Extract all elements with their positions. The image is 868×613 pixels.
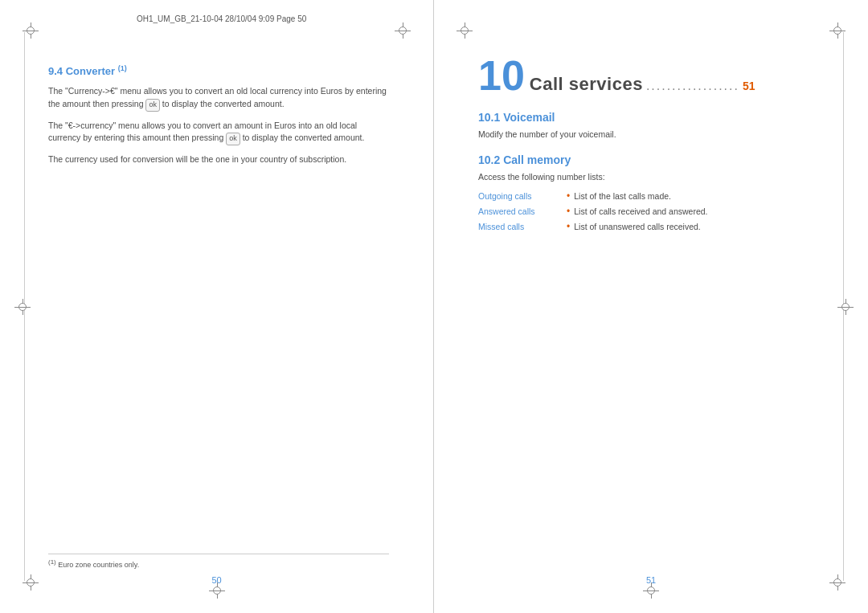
ok-button-1: ok xyxy=(145,99,160,112)
section-94-footnote-ref: (1) xyxy=(118,64,127,72)
bottom-left-crosshair xyxy=(23,574,39,591)
table-row: Missed calls • List of unanswered calls … xyxy=(478,221,820,232)
call-memory-table: Outgoing calls • List of the last calls … xyxy=(478,190,820,232)
bottom-right-crosshair xyxy=(829,574,845,591)
para2: The "€->currency" menu allows you to con… xyxy=(48,120,389,145)
bullet-missed: • xyxy=(567,221,570,232)
section-101-heading: 10.1 Voicemail xyxy=(478,111,820,124)
bullet-answered: • xyxy=(567,206,570,217)
section-94-num: 9.4 Converter xyxy=(48,65,115,77)
section-94-heading: 9.4 Converter (1) xyxy=(48,64,389,77)
top-right-crosshair-left xyxy=(395,22,411,39)
call-memory-intro: Access the following number lists: xyxy=(478,171,820,184)
call-desc-missed: List of unanswered calls received. xyxy=(574,222,701,231)
chapter-dots: .................. xyxy=(646,79,739,93)
page-num-left: 50 xyxy=(211,575,221,585)
top-left-crosshair-right xyxy=(457,22,473,39)
registration-bar: OH1_UM_GB_21-10-04 28/10/04 9:09 Page 50 xyxy=(137,14,306,23)
left-page: OH1_UM_GB_21-10-04 28/10/04 9:09 Page 50… xyxy=(0,0,434,613)
chapter-title: Call services xyxy=(530,74,643,95)
bullet-outgoing: • xyxy=(567,190,570,202)
bottom-center-crosshair-right xyxy=(643,582,659,599)
footnote-area: (1) Euro zone countries only. xyxy=(48,554,389,569)
page-container: OH1_UM_GB_21-10-04 28/10/04 9:09 Page 50… xyxy=(0,0,868,613)
right-page: 10 Call services .................. 51 1… xyxy=(434,0,868,613)
chapter-num: 10 xyxy=(478,55,525,96)
left-mid-crosshair xyxy=(14,299,31,315)
page-num-right: 51 xyxy=(646,575,656,585)
bottom-center-crosshair-left xyxy=(209,582,225,599)
call-desc-answered: List of calls received and answered. xyxy=(574,206,707,216)
footnote: (1) Euro zone countries only. xyxy=(48,558,389,569)
right-content: 10 Call services .................. 51 1… xyxy=(478,55,820,232)
footnote-num: (1) xyxy=(48,558,56,566)
para3: The currency used for conversion will be… xyxy=(48,153,389,166)
top-right-crosshair-right xyxy=(829,22,845,39)
call-desc-outgoing: List of the last calls made. xyxy=(574,191,671,201)
table-row: Outgoing calls • List of the last calls … xyxy=(478,190,820,202)
top-left-crosshair xyxy=(23,22,39,39)
section-102-heading: 10.2 Call memory xyxy=(478,153,820,166)
table-row: Answered calls • List of calls received … xyxy=(478,206,820,217)
chapter-page-ref: 51 xyxy=(743,80,755,92)
call-type-answered: Answered calls xyxy=(478,206,567,216)
call-type-missed: Missed calls xyxy=(478,222,567,231)
right-mid-crosshair xyxy=(837,299,854,315)
call-type-outgoing: Outgoing calls xyxy=(478,191,567,201)
chapter-heading: 10 Call services .................. 51 xyxy=(478,55,820,96)
left-content: 9.4 Converter (1) The "Currency->€" menu… xyxy=(48,64,389,166)
ok-button-2: ok xyxy=(226,133,240,145)
para1: The "Currency->€" menu allows you to con… xyxy=(48,85,389,111)
voicemail-text: Modify the number of your voicemail. xyxy=(478,129,820,141)
footnote-text: Euro zone countries only. xyxy=(58,561,139,569)
